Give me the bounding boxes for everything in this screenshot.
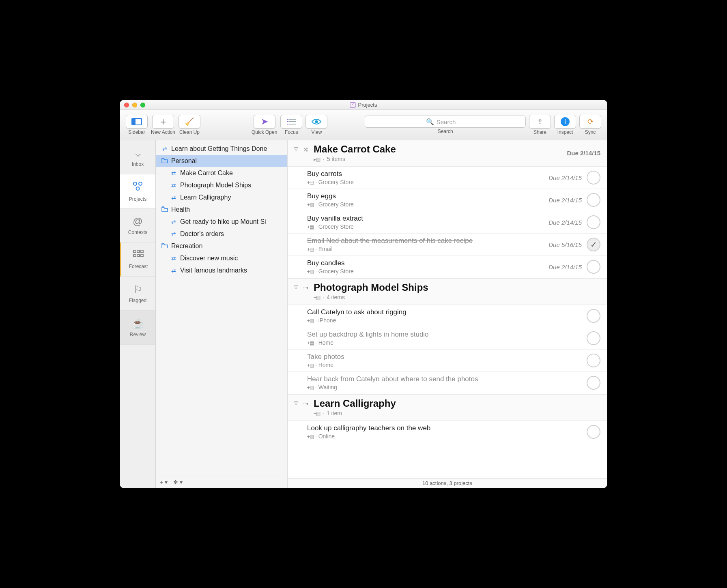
task-title: Buy eggs	[307, 192, 544, 200]
task-checkbox[interactable]	[587, 260, 600, 274]
task-subtitle: · Grocery Store	[307, 268, 544, 275]
task-due: Due 2/14/15	[548, 197, 582, 204]
task-checkbox[interactable]	[587, 215, 600, 229]
window-title-icon	[350, 102, 356, 108]
task-context: Grocery Store	[318, 268, 354, 275]
disclosure-triangle-icon[interactable]: ▽	[294, 282, 299, 290]
outline-project[interactable]: ⇄Visit famous landmarks	[156, 264, 287, 277]
note-toggle-icon[interactable]	[307, 201, 314, 208]
project-section-header[interactable]: ▽⇢Photograph Model Ships·4 items	[288, 278, 607, 305]
view-button[interactable]	[305, 115, 327, 129]
task-checkbox[interactable]	[587, 425, 600, 439]
task-due: Due 5/16/15	[548, 241, 582, 248]
outline-project[interactable]: ⇄Get ready to hike up Mount Si	[156, 216, 287, 228]
search-icon: 🔍	[426, 118, 434, 126]
task-row[interactable]: Buy carrots · Grocery StoreDue 2/14/15	[288, 167, 607, 189]
note-toggle-icon[interactable]	[314, 410, 320, 416]
task-checkbox[interactable]	[587, 193, 600, 207]
project-outline: ⇄Learn about Getting Things DonePersonal…	[156, 140, 288, 488]
task-row[interactable]: Buy candles · Grocery StoreDue 2/14/15	[288, 256, 607, 278]
outline-project[interactable]: ⇄Learn Calligraphy	[156, 191, 287, 204]
task-title: Take photos	[307, 353, 582, 361]
task-row[interactable]: Buy eggs · Grocery StoreDue 2/14/15	[288, 189, 607, 211]
outline-project[interactable]: ⇄Learn about Getting Things Done	[156, 143, 287, 155]
task-row[interactable]: Look up calligraphy teachers on the web …	[288, 421, 607, 443]
task-checkbox[interactable]	[587, 376, 600, 390]
inspect-button[interactable]: i	[554, 115, 576, 129]
perspective-label: Projects	[129, 196, 146, 202]
perspective-projects[interactable]: Projects	[120, 174, 155, 208]
window-close-button[interactable]	[124, 103, 129, 107]
outline-project[interactable]: ⇄Make Carrot Cake	[156, 167, 287, 179]
main-content: ▽⤨Make Carrot Cake·5 itemsDue 2/14/15Buy…	[288, 140, 607, 488]
task-checkbox[interactable]	[587, 309, 600, 323]
task-row[interactable]: Call Catelyn to ask about rigging · iPho…	[288, 305, 607, 327]
task-row[interactable]: Hear back from Catelyn about where to se…	[288, 372, 607, 394]
project-section-header[interactable]: ▽⇢Learn Calligraphy·1 item	[288, 394, 607, 421]
note-toggle-icon[interactable]	[307, 433, 314, 440]
parallel-icon: ⇄	[170, 255, 177, 262]
svg-rect-4	[287, 121, 288, 122]
task-checkbox[interactable]	[587, 331, 600, 345]
outline-project[interactable]: ⇄Doctor's orders	[156, 228, 287, 240]
note-toggle-icon[interactable]	[307, 317, 314, 324]
coffee-icon: ☕	[132, 318, 144, 329]
note-toggle-icon[interactable]	[307, 268, 314, 275]
outline-project[interactable]: ⇄Discover new music	[156, 252, 287, 264]
new-action-button[interactable]: +	[152, 115, 174, 129]
disclosure-triangle-icon[interactable]: ▽	[294, 144, 299, 152]
note-toggle-icon[interactable]	[307, 179, 314, 185]
perspective-review[interactable]: ☕ Review	[120, 311, 155, 345]
task-row[interactable]: Set up backdrop & lights in home studio …	[288, 327, 607, 350]
parallel-icon: ⇄	[170, 219, 177, 225]
search-field[interactable]: 🔍	[365, 116, 526, 128]
toggle-sidebar-button[interactable]	[126, 115, 148, 129]
note-toggle-icon[interactable]	[307, 339, 314, 346]
quick-open-button[interactable]: ➤	[254, 115, 275, 129]
disclosure-triangle-icon[interactable]: ▽	[294, 398, 299, 406]
task-context: Email	[318, 246, 333, 252]
sync-button[interactable]: ⟳	[579, 115, 601, 129]
add-menu-button[interactable]: + ▾	[160, 479, 168, 485]
svg-rect-17	[141, 254, 143, 257]
note-toggle-icon[interactable]	[314, 156, 320, 162]
note-toggle-icon[interactable]	[307, 362, 314, 368]
svg-rect-15	[133, 254, 136, 257]
note-toggle-icon[interactable]	[307, 246, 314, 252]
perspective-inbox[interactable]: ⌵ Inbox	[120, 140, 155, 174]
window-zoom-button[interactable]	[140, 103, 145, 107]
outline-folder[interactable]: Personal	[156, 155, 287, 167]
svg-rect-13	[137, 250, 140, 253]
outline-folder[interactable]: Health	[156, 204, 287, 216]
action-menu-button[interactable]: ✻ ▾	[173, 479, 183, 485]
folder-icon	[161, 243, 168, 249]
outline-item-label: Learn about Getting Things Done	[171, 145, 267, 152]
note-toggle-icon[interactable]	[307, 384, 314, 391]
item-count: 5 items	[327, 156, 345, 162]
project-title: Learn Calligraphy	[314, 398, 600, 409]
perspective-forecast[interactable]: Forecast	[120, 242, 155, 277]
cleanup-button[interactable]: 🧹	[179, 115, 200, 129]
task-row[interactable]: Take photos · Home	[288, 350, 607, 372]
task-checkbox[interactable]: ✓	[587, 238, 600, 251]
outline-folder[interactable]: Recreation	[156, 240, 287, 252]
task-row[interactable]: Buy vanilla extract · Grocery StoreDue 2…	[288, 211, 607, 234]
note-toggle-icon[interactable]	[307, 223, 314, 230]
outline-item-label: Get ready to hike up Mount Si	[180, 218, 266, 225]
perspective-contexts[interactable]: @ Contexts	[120, 208, 155, 242]
task-row[interactable]: Email Ned about the measurements of his …	[288, 234, 607, 256]
task-title: Buy carrots	[307, 170, 544, 178]
outline-project[interactable]: ⇄Photograph Model Ships	[156, 179, 287, 191]
search-input[interactable]	[437, 118, 465, 125]
perspective-flagged[interactable]: ⚐ Flagged	[120, 277, 155, 311]
focus-button[interactable]	[280, 115, 302, 129]
window-minimize-button[interactable]	[132, 103, 137, 107]
parallel-icon: ⇄	[170, 182, 177, 189]
task-checkbox[interactable]	[587, 354, 600, 367]
note-toggle-icon[interactable]	[314, 294, 320, 300]
task-checkbox[interactable]	[587, 171, 600, 185]
project-section-header[interactable]: ▽⤨Make Carrot Cake·5 itemsDue 2/14/15	[288, 140, 607, 167]
share-button[interactable]: ⇪	[529, 115, 551, 129]
toolbar-label-search: Search	[438, 129, 453, 134]
task-title: Email Ned about the measurements of his …	[307, 237, 544, 245]
